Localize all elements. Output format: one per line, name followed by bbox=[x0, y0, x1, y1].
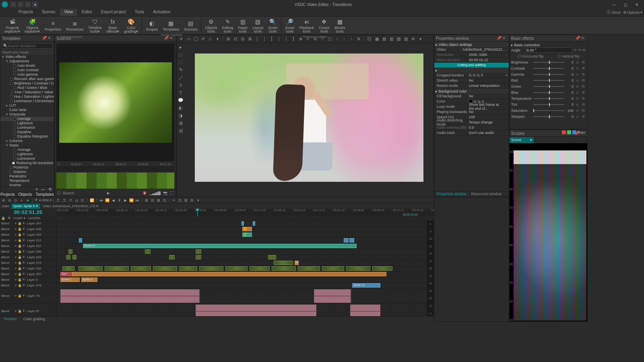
timeline-tracks[interactable]: 🟧 Spr🟩 FreeZoom 13BSpriSprite 1Sprite 2S… bbox=[56, 221, 427, 316]
tree-node[interactable]: Luminance bbox=[0, 125, 54, 130]
viewer-tool-icon[interactable]: ▾ bbox=[215, 36, 220, 42]
ribbon-scopes-button[interactable]: ◐Scopes bbox=[143, 19, 160, 32]
reset-icon[interactable]: ⟲ bbox=[581, 97, 586, 101]
tl-tool-icon[interactable]: ⊏ bbox=[56, 198, 61, 203]
viewer-tool-icon[interactable]: ⊟ bbox=[240, 36, 246, 42]
clip[interactable] bbox=[196, 249, 201, 254]
viewer-tool-icon[interactable]: ⚙ bbox=[410, 36, 416, 42]
loop-icon[interactable]: 🔁 bbox=[89, 198, 94, 203]
tab-resources-window[interactable]: Resources window bbox=[469, 191, 504, 197]
reset-icon[interactable]: ⟲ bbox=[582, 48, 586, 52]
tree-node[interactable]: Equalize bbox=[0, 130, 54, 134]
tl-edit-icon[interactable]: ▾ bbox=[196, 198, 200, 203]
clip[interactable] bbox=[372, 266, 392, 271]
clip[interactable] bbox=[250, 266, 270, 271]
tree-node[interactable]: Temperature bbox=[0, 179, 54, 183]
qat-new-icon[interactable]: ▫ bbox=[10, 2, 16, 7]
track-lane[interactable]: B bbox=[56, 260, 427, 266]
reset-icon[interactable]: ⟲ bbox=[581, 60, 586, 64]
track-lane[interactable] bbox=[56, 249, 427, 255]
menu-activation[interactable]: Activation bbox=[149, 9, 174, 16]
menu-editor[interactable]: Editor bbox=[78, 9, 96, 16]
clip[interactable] bbox=[272, 266, 296, 271]
source-preview[interactable] bbox=[56, 43, 174, 161]
source-mute-icon[interactable]: 🔇 bbox=[142, 191, 147, 195]
transport-button[interactable]: ⏸ bbox=[117, 198, 122, 203]
track-lane[interactable]: Zoom 13 bbox=[56, 243, 427, 249]
qat-save-icon[interactable]: ▫ bbox=[25, 2, 31, 7]
menu-tools[interactable]: Tools bbox=[131, 9, 148, 16]
tree-node[interactable]: Parabolize bbox=[0, 174, 54, 179]
viewer-tool-icon[interactable]: ╏ bbox=[269, 36, 275, 42]
ribbon-playback-button[interactable]: ⏯Playback tools bbox=[297, 17, 316, 34]
eye-icon[interactable]: 👁 bbox=[8, 216, 11, 220]
track-lane[interactable]: Spri bbox=[56, 272, 427, 277]
scope-g-icon[interactable] bbox=[567, 130, 571, 134]
track-header[interactable]: Blend▾🔒👁Layer 257 bbox=[0, 272, 56, 277]
reset-icon[interactable]: ⟲ bbox=[581, 90, 586, 95]
viewer-tool-icon[interactable]: ▧ bbox=[396, 36, 401, 42]
clip[interactable] bbox=[169, 255, 175, 259]
lock-icon[interactable]: 🔒 bbox=[1, 216, 5, 220]
scope-r-icon[interactable] bbox=[562, 130, 566, 134]
about-link[interactable]: ⓘ About bbox=[607, 10, 621, 15]
viewer-tool-icon[interactable]: ↑ bbox=[334, 36, 340, 42]
clip[interactable]: B bbox=[295, 261, 299, 265]
track-lane[interactable] bbox=[56, 288, 427, 304]
track-lane[interactable]: 🟩 Free bbox=[56, 232, 427, 238]
tree-node[interactable]: Average bbox=[0, 117, 54, 121]
contrast-slider[interactable] bbox=[533, 68, 564, 69]
track-header[interactable]: Blend▾🔒👁Layer 207 bbox=[0, 243, 56, 249]
track-lane[interactable]: Sprite 1Sprite 2 bbox=[56, 277, 427, 283]
viewer-left-tool-icon[interactable]: ⊟ bbox=[179, 128, 183, 134]
track-header[interactable]: Blend▾🔒👁Layer 246 bbox=[0, 226, 56, 232]
tree-node[interactable]: Brightness / Contrast / Gamma bbox=[0, 81, 54, 86]
menu-export[interactable]: Export project bbox=[97, 9, 130, 16]
reset-icon[interactable]: ⟲ bbox=[581, 78, 586, 82]
saturation-slider[interactable] bbox=[533, 110, 564, 111]
viewer-left-tool-icon[interactable]: ✎ bbox=[179, 67, 183, 72]
viewer-left-tool-icon[interactable]: ⬚ bbox=[179, 60, 183, 65]
ribbon-templates-button[interactable]: ▦Templates bbox=[160, 19, 182, 32]
clip[interactable] bbox=[68, 249, 72, 254]
reset-icon[interactable]: ⟲ bbox=[581, 115, 586, 119]
tree-node[interactable]: ▾Video effects bbox=[0, 55, 54, 59]
viewer-tool-icon[interactable]: ╎ bbox=[262, 36, 267, 42]
clip[interactable] bbox=[196, 255, 201, 259]
clip[interactable]: Sprite 2 bbox=[81, 278, 97, 282]
tree-node[interactable]: Luminance / Chrominance (YUV) bbox=[0, 99, 54, 103]
ribbon-zoom-button[interactable]: 🔎Zoom tools bbox=[283, 17, 297, 34]
panel-pin-icon[interactable]: 📌 bbox=[575, 36, 580, 41]
blue-slider[interactable] bbox=[533, 92, 564, 93]
green-slider[interactable] bbox=[533, 86, 564, 87]
tl-layout-icon[interactable]: ⊟ bbox=[150, 198, 155, 203]
refresh-templates-icon[interactable]: ⟲ bbox=[48, 187, 52, 191]
clip[interactable] bbox=[131, 266, 151, 271]
track-header[interactable]: Blend▾🔒👁Layer 278 bbox=[0, 260, 56, 266]
viewer-tool-icon[interactable]: ▭ bbox=[186, 36, 191, 42]
track-lane[interactable]: 🟧 Spr bbox=[56, 226, 427, 232]
vflip-checkbox[interactable]: ☐ Vertical flip bbox=[557, 54, 579, 58]
clip[interactable] bbox=[105, 266, 129, 271]
tree-node[interactable]: Hue / Saturation / Lightness bbox=[0, 95, 54, 99]
options-link[interactable]: ⚙ Options ▾ bbox=[623, 10, 642, 14]
tl-btn[interactable]: ⊕ bbox=[1, 198, 6, 203]
source-fullscreen-icon[interactable]: ⛶ bbox=[170, 191, 173, 195]
qat-dropdown-icon[interactable]: ▾ bbox=[32, 2, 38, 7]
tl-tool-icon[interactable]: ⊡ bbox=[80, 198, 85, 203]
audio-waveform[interactable] bbox=[196, 304, 316, 316]
source-snapshot-icon[interactable]: 📷 bbox=[163, 191, 167, 195]
viewer-tool-icon[interactable]: ┊ bbox=[283, 36, 289, 42]
source-timeline[interactable]: 000:02:0700:04:1400:06:2100:09:0300:11:1… bbox=[56, 163, 174, 172]
tl-btn[interactable]: ⊙ bbox=[13, 198, 18, 203]
rotate-left-icon[interactable]: ↶ bbox=[574, 48, 577, 52]
scope-b-icon[interactable] bbox=[572, 130, 576, 134]
scopes-mode-select[interactable]: Scene ▾ bbox=[510, 137, 534, 143]
ribbon-projects-button[interactable]: 📽Projects explorer▾ bbox=[2, 17, 23, 34]
tree-node[interactable]: ▾Adjustments bbox=[0, 59, 54, 64]
viewer-tool-icon[interactable]: ↕ bbox=[349, 36, 354, 42]
clip[interactable] bbox=[225, 266, 248, 271]
menu-scenes[interactable]: Scenes bbox=[38, 9, 59, 16]
keyframe-icon[interactable]: ◇ bbox=[575, 60, 580, 64]
viewer-left-tool-icon[interactable]: ◐ bbox=[179, 105, 183, 111]
